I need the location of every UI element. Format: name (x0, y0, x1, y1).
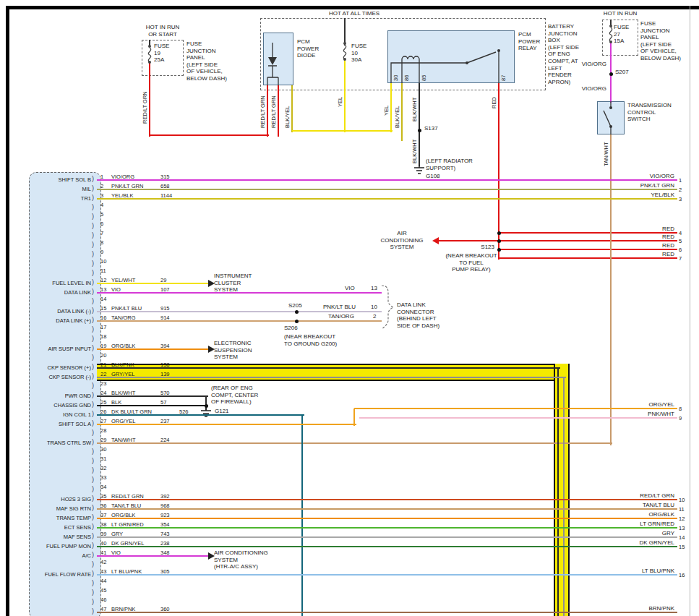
right-wire-label: DK GRN/YEL (620, 539, 674, 547)
label-vio-org-upper: VIO/ORG (575, 61, 606, 68)
pin-number: 17 (100, 324, 106, 331)
wire-pin40-dk-grn-yel (97, 546, 677, 547)
label-dlc-pin13: 13 (371, 285, 377, 292)
label-electronic-suspension: ELECTRONICSUSPENSIONSYSTEM (214, 340, 252, 361)
pin-scallop: ) (92, 354, 94, 362)
label-transmission-control-switch: TRANSMISSIONCONTROLSWITCH (627, 102, 672, 123)
pin-number: 8 (100, 239, 103, 247)
right-wire-label: RED/LT GRN (620, 492, 674, 500)
wire-pin43-lt-blu-pnk (97, 574, 677, 576)
fuse-symbol-icon (341, 40, 348, 62)
brace-symbol-icon (379, 285, 396, 330)
label-fuse-junction-panel-left: FUSEJUNCTIONPANEL(LEFT SIDEOF VEHICLE,BE… (186, 40, 227, 82)
pin-scallop: ) (92, 232, 94, 239)
label-g108: G108 (426, 173, 440, 180)
wire-pin22-gry-yel (563, 377, 565, 616)
tcs-symbol-icon (597, 101, 625, 134)
pin-number: 35 (100, 493, 106, 500)
circuit-number: 139 (160, 371, 170, 378)
pin-number: 39 (100, 531, 106, 538)
circuit-number: 526 (179, 408, 189, 416)
right-pin-number: 14 (679, 534, 685, 542)
pin-number: 40 (100, 540, 106, 547)
right-wire-label: VIO/ORG (620, 173, 674, 180)
pin-number: 47 (100, 606, 106, 613)
wire-fuse10-yel (390, 83, 392, 132)
right-pin-number: 9 (679, 415, 682, 422)
right-pin-number: 16 (679, 572, 685, 579)
wire-color-label: BLK/PNK (111, 362, 134, 369)
right-wire-label: YEL/BLK (620, 192, 674, 199)
label-battery-junction-box: BATTERYJUNCTIONBOX(LEFT SIDEOF ENGCOMPT,… (548, 23, 579, 85)
rotated-wire-label: BLK/WHT (411, 98, 419, 121)
pin-function-label: TR1 (32, 195, 91, 202)
wire-color-label: ORG/BLK (111, 512, 135, 519)
wire-pin2-pnk-lt-grn (97, 189, 677, 190)
ground-symbol-icon (413, 165, 425, 176)
pin-number: 37 (100, 512, 106, 519)
pin-scallop: ) (92, 542, 94, 549)
wire-pin21-blk-pnk (557, 368, 559, 616)
wire-tcs-tan-wht (610, 134, 612, 445)
pin-number: 5 (100, 211, 103, 218)
wire-color-label: DK BLU/LT GRN (111, 408, 152, 416)
wiring-diagram: HOT IN RUNOR STARTFUSE1925AFUSEJUNCTIONP… (0, 0, 699, 616)
pin-scallop: ) (92, 251, 94, 258)
rotated-wire-label: RED (491, 97, 498, 108)
pin-scallop: ) (92, 364, 94, 371)
wire-pin38-lt-grn-red (97, 527, 677, 529)
wire-fuse19-red-lt-grn (150, 134, 269, 136)
pin-scallop: ) (92, 505, 94, 512)
wire-color-label: YEL/BLK (111, 192, 133, 200)
label-g121: G121 (215, 408, 229, 415)
pin-number: 10 (100, 258, 106, 265)
right-pin-number: 12 (679, 516, 685, 523)
pin-scallop: ) (92, 307, 94, 315)
circuit-number: 348 (160, 549, 170, 557)
label-s207: S207 (615, 69, 629, 76)
pin-number: 25 (100, 399, 106, 406)
wire-pin27-org-yel (353, 408, 355, 426)
rotated-wire-label: BLK/YEL (284, 106, 291, 128)
wire-relay86-blk-yel (401, 83, 403, 141)
pin-number: 36 (100, 502, 106, 510)
pin-function-label: PWR GND (32, 393, 91, 400)
wire-pin27-org-yel (97, 424, 356, 425)
pin-scallop: ) (92, 533, 94, 540)
arrowhead-left-icon (432, 237, 439, 244)
pin-number: 44 (100, 578, 106, 585)
pin-function-label: DATA LINK (32, 289, 91, 296)
label-s205: S205 (288, 302, 302, 309)
label-fuse-junction-panel-right: FUSEJUNCTIONPANEL(LEFT SIDEOF VEHICLE,BE… (640, 20, 681, 62)
pin-function-label: DATA LINK (+) (32, 317, 91, 325)
pin-scallop: ) (92, 194, 94, 202)
wire-fuse10-yel (292, 130, 393, 132)
right-wire-label: PNK/WHT (620, 411, 674, 418)
pin-number: 23 (100, 380, 106, 388)
wire-fuse10-yel (344, 59, 346, 132)
frame-right-line (690, 6, 690, 616)
right-pin-number: 5 (679, 238, 682, 245)
rotated-wire-label: RED/LT GRN (270, 95, 278, 128)
right-wire-label: TAN/LT BLU (620, 502, 674, 509)
wire-pin3-yel-blk (97, 198, 677, 200)
pin-number: 15 (100, 305, 106, 312)
rotated-wire-label: RED/LT GRN (260, 95, 267, 128)
pin-number: 28 (100, 427, 106, 435)
pin-scallop: ) (92, 552, 94, 559)
frame-left-bar (6, 6, 9, 616)
right-pin-number: 2 (679, 187, 682, 194)
label-fuse19: FUSE1925A (154, 43, 169, 64)
pin-number: 43 (100, 568, 106, 576)
pin-number: 19 (100, 343, 106, 350)
pin-scallop: ) (92, 599, 94, 606)
pin-scallop: ) (92, 439, 94, 446)
circuit-number: 354 (160, 521, 170, 529)
pin-number: 29 (100, 437, 106, 444)
pin-function-label: SHIFT SOL B (32, 176, 91, 184)
circuit-number: 923 (160, 512, 170, 519)
pin-scallop: ) (92, 458, 94, 465)
pin-function-label: MAF SIG RTN (32, 505, 91, 513)
label-air-conditioning-bottom: AIR CONDITIONINGSYSTEM(HTR-A/C ASSY) (214, 549, 268, 570)
pin-scallop: ) (92, 495, 94, 502)
